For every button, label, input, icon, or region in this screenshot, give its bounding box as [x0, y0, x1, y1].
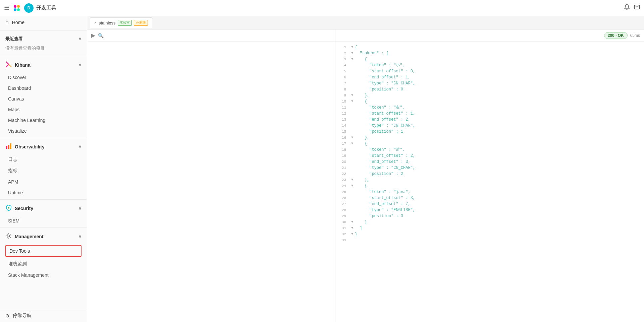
response-line: 18 "token" : "谊",	[335, 147, 644, 153]
svg-point-8	[8, 207, 9, 208]
menu-icon[interactable]: ☰	[4, 4, 9, 12]
observability-label: Observability	[15, 144, 45, 149]
sidebar-item-canvas[interactable]: Canvas	[0, 93, 87, 104]
line-content: "end_offset" : 7,	[355, 201, 411, 207]
recent-section-header[interactable]: 最近查看 ∨	[0, 32, 87, 43]
line-content: "end_offset" : 1,	[355, 74, 411, 80]
security-label: Security	[15, 206, 33, 211]
line-content: {	[355, 44, 357, 50]
editor-toolbar: ▶ 🔍	[87, 29, 335, 42]
sidebar-section-kibana[interactable]: Kibana ∨	[0, 58, 87, 72]
fold-button[interactable]: ▼	[350, 141, 354, 147]
fold-button[interactable]: ▼	[350, 219, 354, 225]
management-icon	[5, 233, 12, 240]
sidebar-item-logs[interactable]: 日志	[0, 154, 87, 165]
run-icon[interactable]: ▶	[91, 32, 95, 39]
main-layout: ⌂ Home 最近查看 ∨ 没有最近查看的项目 Kibana ∨ Discove…	[0, 16, 644, 322]
sidebar-item-maps[interactable]: Maps	[0, 104, 87, 115]
response-line: 25 "token" : "java",	[335, 189, 644, 195]
fold-button[interactable]: ▼	[350, 44, 354, 50]
sidebar-item-stack-monitoring[interactable]: 堆栈监测	[0, 258, 87, 270]
sidebar-item-stack-management[interactable]: Stack Management	[0, 270, 87, 280]
kibana-label: Kibana	[15, 62, 31, 68]
sidebar-item-visualize[interactable]: Visualize	[0, 126, 87, 136]
management-chevron: ∨	[78, 234, 82, 239]
line-number: 29	[337, 213, 350, 219]
line-content: "token" : "友",	[355, 105, 405, 111]
line-content: "token" : "java",	[355, 189, 411, 195]
mail-icon[interactable]	[634, 4, 640, 12]
svg-point-2	[14, 8, 16, 11]
response-line: 6 "end_offset" : 1,	[335, 74, 644, 80]
fold-button	[350, 207, 354, 213]
sidebar-item-discover[interactable]: Discover	[0, 72, 87, 83]
line-number: 32	[337, 231, 350, 237]
response-line: 24▼ {	[335, 183, 644, 189]
sidebar-item-metrics[interactable]: 指标	[0, 165, 87, 177]
sidebar-item-home[interactable]: ⌂ Home	[0, 16, 87, 29]
fold-button	[350, 195, 354, 201]
fold-button	[350, 68, 354, 74]
fold-button[interactable]: ▼	[350, 92, 354, 99]
line-content: {	[355, 99, 367, 105]
response-line: 12 "start_offset" : 1,	[335, 111, 644, 117]
line-number: 21	[337, 165, 350, 171]
fold-button	[350, 171, 354, 177]
fold-button	[350, 111, 354, 117]
line-content: "type" : "CN_CHAR",	[355, 165, 415, 171]
tabs-bar: × stainless 实验室 公测版	[87, 16, 644, 29]
response-line: 23▼ },	[335, 177, 644, 183]
sidebar-item-dock[interactable]: ⊙ 停靠导航	[0, 309, 87, 322]
tab-main[interactable]: × stainless 实验室 公测版	[90, 17, 152, 28]
fold-button[interactable]: ▼	[350, 99, 354, 105]
sidebar-item-dev-tools[interactable]: Dev Tools	[5, 245, 82, 257]
fold-button[interactable]: ▼	[350, 231, 354, 237]
fold-button[interactable]: ▼	[350, 225, 354, 231]
observability-icon	[5, 143, 12, 150]
line-number: 17	[337, 141, 350, 147]
security-icon	[5, 204, 12, 212]
sidebar-section-security[interactable]: Security ∨	[0, 201, 87, 215]
response-panel: 200 · OK 65ms 1▼{2▼ "tokens" : [3▼ {4 "t…	[335, 29, 644, 322]
line-content: {	[355, 183, 367, 189]
response-code[interactable]: 1▼{2▼ "tokens" : [3▼ {4 "token" : "小",5 …	[335, 42, 644, 322]
editor-area: ▶ 🔍 200 · OK 65ms 1▼{2▼ "tokens" : [3▼ {…	[87, 29, 644, 322]
line-content: "position" : 0	[355, 86, 403, 92]
line-number: 25	[337, 189, 350, 195]
line-content: }	[355, 231, 357, 237]
user-avatar[interactable]: D	[24, 3, 34, 13]
request-editor[interactable]	[87, 42, 335, 322]
fold-button[interactable]: ▼	[350, 50, 354, 56]
line-content: "end_offset" : 2,	[355, 117, 411, 123]
fold-button[interactable]: ▼	[350, 135, 354, 141]
bell-icon[interactable]	[624, 4, 630, 12]
sidebar: ⌂ Home 最近查看 ∨ 没有最近查看的项目 Kibana ∨ Discove…	[0, 16, 87, 322]
tab-close-icon[interactable]: ×	[94, 20, 97, 25]
line-number: 2	[337, 50, 350, 56]
fold-button[interactable]: ▼	[350, 177, 354, 183]
response-line: 5 "start_offset" : 0,	[335, 68, 644, 74]
sidebar-section-management[interactable]: Management ∨	[0, 229, 87, 244]
line-number: 8	[337, 86, 350, 92]
line-content: {	[355, 56, 367, 62]
line-number: 28	[337, 207, 350, 213]
sidebar-item-machine-learning[interactable]: Machine Learning	[0, 115, 87, 126]
sidebar-item-dashboard[interactable]: Dashboard	[0, 83, 87, 93]
line-number: 18	[337, 147, 350, 153]
kibana-icon	[5, 61, 12, 69]
line-number: 9	[337, 92, 350, 99]
sidebar-item-apm[interactable]: APM	[0, 177, 87, 187]
line-content: "tokens" : [	[355, 50, 389, 56]
search-icon[interactable]: 🔍	[98, 33, 104, 38]
sidebar-section-observability[interactable]: Observability ∨	[0, 139, 87, 154]
line-number: 26	[337, 195, 350, 201]
line-content: "token" : "小",	[355, 62, 405, 68]
sidebar-item-siem[interactable]: SIEM	[0, 215, 87, 226]
response-line: 16▼ },	[335, 135, 644, 141]
line-number: 3	[337, 56, 350, 62]
svg-rect-7	[10, 143, 11, 149]
fold-button[interactable]: ▼	[350, 183, 354, 189]
fold-button[interactable]: ▼	[350, 56, 354, 62]
resize-handle[interactable]	[334, 29, 336, 322]
sidebar-item-uptime[interactable]: Uptime	[0, 187, 87, 198]
